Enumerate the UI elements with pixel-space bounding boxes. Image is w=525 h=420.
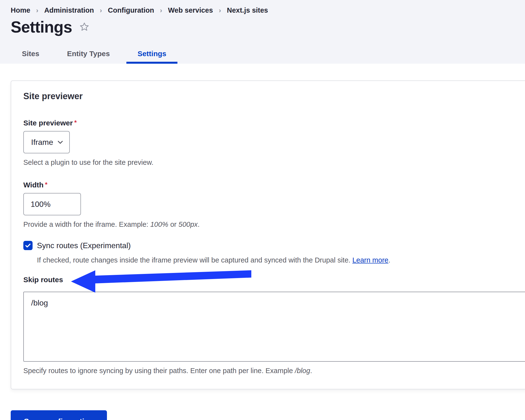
skip-routes-textarea[interactable]: /blog: [23, 292, 525, 362]
tab-entity-types[interactable]: Entity Types: [56, 50, 121, 64]
breadcrumb-separator: ›: [219, 7, 221, 14]
breadcrumb-separator: ›: [100, 7, 102, 14]
width-input[interactable]: [23, 193, 81, 215]
site-previewer-label: Site previewer*: [23, 119, 77, 127]
breadcrumb-web-services[interactable]: Web services: [168, 6, 213, 14]
main-content: Site previewer Site previewer* Iframe Se…: [0, 80, 525, 389]
tab-sites[interactable]: Sites: [11, 50, 51, 64]
skip-routes-help: Specify routes to ignore syncing by usin…: [23, 366, 515, 375]
required-marker: *: [74, 119, 76, 126]
breadcrumb-administration[interactable]: Administration: [44, 6, 94, 14]
form-actions: Save configuration: [11, 410, 525, 420]
breadcrumb-nextjs-sites[interactable]: Next.js sites: [227, 6, 268, 14]
skip-routes-label: Skip routes: [23, 276, 63, 284]
section-heading: Site previewer: [23, 91, 515, 101]
favorite-star-icon[interactable]: [79, 21, 90, 33]
breadcrumb-configuration[interactable]: Configuration: [108, 6, 154, 14]
skip-routes-field: Skip routes /blog Specify routes to igno…: [23, 276, 515, 375]
breadcrumb-home[interactable]: Home: [11, 6, 30, 14]
learn-more-link[interactable]: Learn more: [352, 256, 388, 264]
breadcrumb-separator: ›: [36, 7, 38, 14]
sync-routes-label[interactable]: Sync routes (Experimental): [37, 241, 131, 250]
sync-routes-field: Sync routes (Experimental) If checked, r…: [23, 241, 515, 265]
site-previewer-field: Site previewer* Iframe Select a plugin t…: [23, 119, 515, 167]
tab-settings[interactable]: Settings: [126, 50, 178, 64]
sync-routes-checkbox[interactable]: [23, 241, 33, 250]
sync-routes-help: If checked, route changes inside the ifr…: [37, 255, 515, 265]
site-previewer-select[interactable]: Iframe: [23, 131, 70, 153]
breadcrumb-separator: ›: [160, 7, 162, 14]
width-label: Width*: [23, 181, 47, 189]
page-title: Settings: [11, 18, 72, 36]
width-help: Provide a width for the iframe. Example:…: [23, 220, 515, 229]
breadcrumb: Home›Administration›Configuration›Web se…: [11, 6, 525, 14]
tab-bar: Sites Entity Types Settings: [11, 50, 178, 64]
width-field: Width* Provide a width for the iframe. E…: [23, 181, 515, 229]
page-header: Home›Administration›Configuration›Web se…: [0, 0, 525, 64]
site-previewer-help: Select a plugin to use for the site prev…: [23, 158, 515, 167]
save-configuration-button[interactable]: Save configuration: [11, 410, 107, 420]
site-previewer-card: Site previewer Site previewer* Iframe Se…: [11, 80, 525, 389]
required-marker: *: [45, 181, 47, 188]
annotation-arrow: [69, 268, 251, 293]
